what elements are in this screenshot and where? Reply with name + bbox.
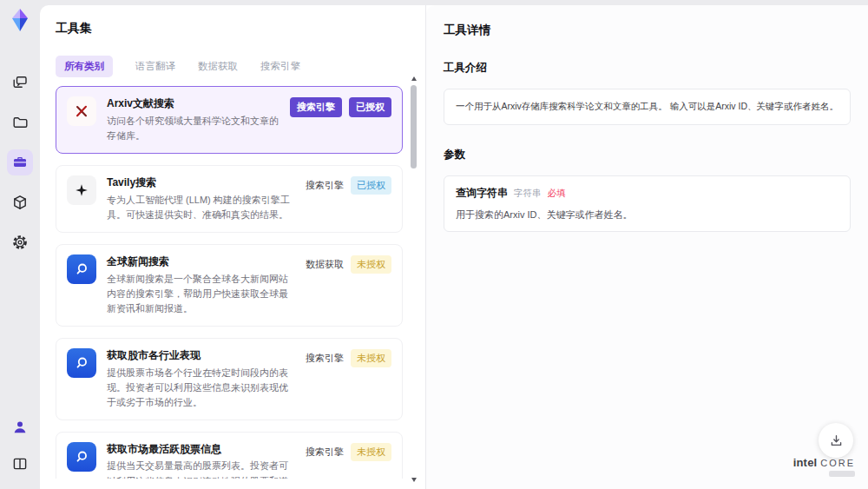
scroll-up-icon[interactable] bbox=[411, 76, 417, 81]
category-badge: 搜索引擎 bbox=[306, 179, 344, 192]
category-badge: 数据获取 bbox=[306, 258, 344, 271]
scroll-down-icon[interactable] bbox=[411, 478, 417, 482]
nav-panel-toggle-button[interactable] bbox=[7, 451, 33, 477]
nav-user-button[interactable] bbox=[7, 414, 33, 440]
download-button[interactable] bbox=[819, 423, 853, 458]
status-badge: 未授权 bbox=[351, 349, 391, 367]
tab-data-fetch[interactable]: 数据获取 bbox=[198, 56, 238, 77]
intro-heading: 工具介绍 bbox=[444, 61, 851, 76]
tool-name: 全球新闻搜索 bbox=[107, 254, 297, 269]
split-panel-icon bbox=[11, 455, 29, 472]
user-icon bbox=[11, 419, 29, 436]
tool-details-panel: 工具详情 工具介绍 一个用于从Arxiv存储库搜索科学论文和文章的工具。 输入可… bbox=[426, 5, 868, 489]
nav-chat-button[interactable] bbox=[7, 69, 33, 96]
gear-icon bbox=[11, 234, 29, 251]
tab-all-categories[interactable]: 所有类别 bbox=[56, 56, 113, 77]
status-badge: 已授权 bbox=[351, 176, 391, 195]
params-heading: 参数 bbox=[444, 148, 851, 162]
nav-tools-button[interactable] bbox=[7, 149, 33, 175]
details-title: 工具详情 bbox=[444, 23, 851, 38]
tool-desc: 提供当天交易量最高的股票列表。投资者可以利用这些信息来识别流动性强的股票和潜在的… bbox=[107, 459, 297, 479]
left-rail bbox=[0, 0, 40, 489]
tool-name: 获取市场最活跃股票信息 bbox=[107, 442, 297, 457]
status-badge: 未授权 bbox=[351, 255, 391, 274]
page-title: 工具集 bbox=[56, 21, 404, 36]
intro-text: 一个用于从Arxiv存储库搜索科学论文和文章的工具。 输入可以是Arxiv ID… bbox=[456, 99, 838, 115]
category-tabs: 所有类别 语言翻译 数据获取 搜索引擎 bbox=[56, 56, 404, 77]
status-badge: 已授权 bbox=[349, 97, 391, 117]
tab-search-engine[interactable]: 搜索引擎 bbox=[260, 56, 300, 77]
scrollbar[interactable] bbox=[410, 75, 418, 484]
app-logo-icon bbox=[7, 7, 33, 33]
category-badge: 搜索引擎 bbox=[290, 97, 342, 117]
tool-card-tavily[interactable]: Tavily搜索 专为人工智能代理 (LLM) 构建的搜索引擎工具。可快速提供实… bbox=[56, 165, 403, 233]
param-type: 字符串 bbox=[514, 188, 542, 200]
folder-icon bbox=[11, 114, 29, 131]
brand-intel-text: intel bbox=[793, 456, 818, 469]
tool-name: Tavily搜索 bbox=[107, 175, 297, 190]
status-badge: 未授权 bbox=[351, 443, 391, 461]
magnifier-app-icon bbox=[67, 442, 96, 472]
tool-name: Arxiv文献搜索 bbox=[107, 96, 281, 111]
tab-language-translation[interactable]: 语言翻译 bbox=[135, 56, 175, 77]
magnifier-app-icon bbox=[67, 348, 96, 378]
main-content: 工具集 所有类别 语言翻译 数据获取 搜索引擎 Arxiv文献搜索 访问各个研究… bbox=[40, 5, 868, 489]
arxiv-icon bbox=[67, 96, 96, 126]
briefcase-icon bbox=[11, 154, 29, 171]
cube-icon bbox=[11, 194, 29, 211]
tool-desc: 全球新闻搜索是一个聚合全球各大新闻网站内容的搜索引擎，帮助用户快速获取全球最新资… bbox=[107, 272, 297, 316]
tool-card-global-news[interactable]: 全球新闻搜索 全球新闻搜索是一个聚合全球各大新闻网站内容的搜索引擎，帮助用户快速… bbox=[56, 244, 403, 327]
param-box: 查询字符串 字符串 必填 用于搜索的Arxiv ID、关键字或作者姓名。 bbox=[444, 175, 851, 232]
param-required-badge: 必填 bbox=[548, 188, 566, 200]
tool-name: 获取股市各行业表现 bbox=[107, 348, 297, 363]
magnifier-app-icon bbox=[67, 254, 96, 284]
tool-card-sector-performance[interactable]: 获取股市各行业表现 提供股票市场各个行业在特定时间段内的表现。投资者可以利用这些… bbox=[56, 338, 403, 420]
intel-core-logo: intel core bbox=[793, 456, 855, 477]
tool-desc: 专为人工智能代理 (LLM) 构建的搜索引擎工具。可快速提供实时、准确和真实的结… bbox=[107, 193, 297, 222]
tool-card-arxiv[interactable]: Arxiv文献搜索 访问各个研究领域大量科学论文和文章的存储库。 搜索引擎 已授… bbox=[56, 86, 403, 154]
tool-list: Arxiv文献搜索 访问各个研究领域大量科学论文和文章的存储库。 搜索引擎 已授… bbox=[56, 86, 404, 479]
tool-desc: 访问各个研究领域大量科学论文和文章的存储库。 bbox=[107, 114, 281, 143]
nav-models-button[interactable] bbox=[7, 189, 33, 215]
nav-settings-button[interactable] bbox=[7, 229, 33, 255]
category-badge: 搜索引擎 bbox=[306, 446, 344, 459]
brand-sub-badge bbox=[829, 471, 855, 477]
param-desc: 用于搜索的Arxiv ID、关键字或作者姓名。 bbox=[456, 208, 838, 221]
scrollbar-thumb[interactable] bbox=[411, 85, 417, 169]
tools-panel: 工具集 所有类别 语言翻译 数据获取 搜索引擎 Arxiv文献搜索 访问各个研究… bbox=[40, 5, 426, 489]
brand-core-text: core bbox=[820, 458, 855, 468]
category-badge: 搜索引擎 bbox=[306, 352, 344, 365]
tool-card-most-active-stocks[interactable]: 获取市场最活跃股票信息 提供当天交易量最高的股票列表。投资者可以利用这些信息来识… bbox=[56, 432, 403, 479]
intro-box: 一个用于从Arxiv存储库搜索科学论文和文章的工具。 输入可以是Arxiv ID… bbox=[444, 89, 851, 125]
chat-icon bbox=[11, 74, 29, 91]
sparkle-icon bbox=[67, 175, 96, 205]
download-icon bbox=[829, 433, 844, 448]
param-name: 查询字符串 bbox=[456, 186, 508, 201]
nav-files-button[interactable] bbox=[7, 109, 33, 135]
tool-desc: 提供股票市场各个行业在特定时间段内的表现。投资者可以利用这些信息来识别表现优于或… bbox=[107, 366, 297, 410]
